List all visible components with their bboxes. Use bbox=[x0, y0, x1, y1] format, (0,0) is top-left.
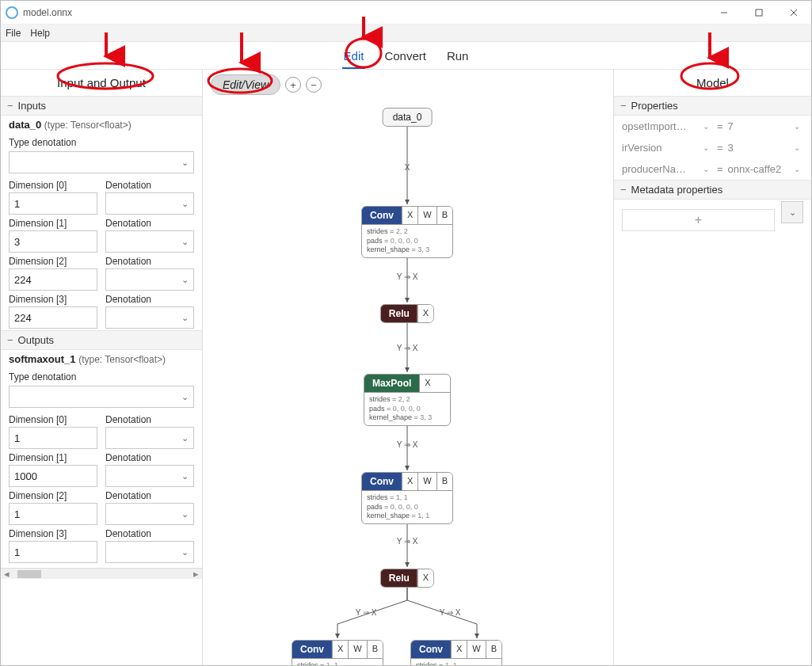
menubar: File Help bbox=[1, 25, 811, 42]
left-panel: Input and Output −Inputs data_0 (type: T… bbox=[1, 70, 203, 665]
chevron-down-icon: ⌄ bbox=[181, 158, 189, 168]
tab-convert[interactable]: Convert bbox=[383, 46, 428, 66]
canvas-panel[interactable]: Edit/View + − bbox=[203, 70, 613, 665]
output-item: softmaxout_1 (type: Tensor<float>) bbox=[1, 350, 202, 368]
graph-node-relu[interactable]: Relu X bbox=[380, 569, 434, 588]
graph-input-node[interactable]: data_0 bbox=[383, 108, 433, 127]
dimension-input[interactable]: 1 bbox=[9, 541, 97, 563]
top-tabs: Edit Convert Run bbox=[1, 42, 811, 69]
output-type: (type: Tensor<float>) bbox=[78, 354, 166, 365]
edit-view-button[interactable]: Edit/View bbox=[211, 74, 280, 95]
window-title: model.onnx bbox=[23, 7, 72, 18]
dimension-input[interactable]: 1 bbox=[9, 427, 97, 449]
right-panel-title: Model bbox=[614, 70, 811, 96]
dimension-input[interactable]: 1 bbox=[9, 503, 97, 525]
graph-node-conv[interactable]: Conv X W B strides = 1, 1 pads = 0, 0, 0… bbox=[361, 472, 453, 524]
graph-node-conv[interactable]: Conv X W B strides = 2, 2 pads = 0, 0, 0… bbox=[361, 206, 453, 258]
input-type: (type: Tensor<float>) bbox=[44, 120, 132, 131]
horizontal-scrollbar[interactable]: ◂▸ bbox=[1, 568, 202, 579]
graph-node-relu[interactable]: Relu X bbox=[380, 304, 434, 323]
graph-node-conv[interactable]: Conv X W B strides = 1, 1 pads = 0, 0, 0… bbox=[292, 640, 383, 665]
type-denotation-label: Type denotation bbox=[1, 134, 202, 150]
dimension-input[interactable]: 1 bbox=[9, 192, 97, 215]
tab-edit[interactable]: Edit bbox=[342, 46, 366, 66]
input-name: data_0 bbox=[9, 119, 41, 131]
right-panel: Model −Properties opsetImport…⌄= 7⌄ irVe… bbox=[613, 70, 811, 665]
menu-file[interactable]: File bbox=[6, 28, 21, 39]
svg-rect-1 bbox=[756, 10, 762, 16]
properties-section-header[interactable]: −Properties bbox=[614, 96, 811, 116]
property-row[interactable]: opsetImport…⌄= 7⌄ bbox=[614, 116, 811, 137]
menu-help[interactable]: Help bbox=[30, 28, 50, 39]
denotation-input[interactable]: ⌄ bbox=[105, 541, 194, 563]
input-item: data_0 (type: Tensor<float>) bbox=[1, 116, 202, 134]
denotation-input[interactable]: ⌄ bbox=[105, 306, 194, 329]
type-denotation-input[interactable]: ⌄ bbox=[9, 386, 194, 408]
output-name: softmaxout_1 bbox=[9, 353, 76, 365]
dimension-input[interactable]: 224 bbox=[9, 306, 97, 329]
dimension-input[interactable]: 3 bbox=[9, 230, 97, 253]
zoom-in-button[interactable]: + bbox=[285, 77, 301, 93]
inputs-section-header[interactable]: −Inputs bbox=[1, 96, 202, 116]
add-metadata-button[interactable]: + bbox=[622, 209, 775, 231]
titlebar: model.onnx bbox=[1, 1, 811, 25]
property-row[interactable]: producerNa…⌄= onnx-caffe2⌄ bbox=[614, 158, 811, 180]
metadata-section-header[interactable]: −Metadata properties bbox=[614, 180, 811, 200]
type-denotation-input[interactable]: ⌄ bbox=[9, 151, 194, 173]
graph-node-maxpool[interactable]: MaxPool X strides = 2, 2 pads = 0, 0, 0,… bbox=[364, 374, 451, 426]
left-panel-title: Input and Output bbox=[1, 70, 202, 96]
zoom-out-button[interactable]: − bbox=[306, 77, 322, 93]
denotation-input[interactable]: ⌄ bbox=[105, 192, 194, 215]
dimension-input[interactable]: 1000 bbox=[9, 465, 97, 487]
minimize-button[interactable] bbox=[707, 1, 741, 25]
denotation-input[interactable]: ⌄ bbox=[105, 465, 194, 487]
denotation-input[interactable]: ⌄ bbox=[105, 268, 194, 291]
metadata-expand-button[interactable]: ⌄ bbox=[781, 201, 803, 223]
tab-run[interactable]: Run bbox=[445, 46, 471, 66]
denotation-input[interactable]: ⌄ bbox=[105, 230, 194, 253]
close-button[interactable] bbox=[776, 1, 811, 25]
property-row[interactable]: irVersion⌄= 3⌄ bbox=[614, 137, 811, 158]
app-icon bbox=[6, 6, 18, 19]
maximize-button[interactable] bbox=[741, 1, 776, 25]
outputs-section-header[interactable]: −Outputs bbox=[1, 330, 202, 350]
denotation-input[interactable]: ⌄ bbox=[105, 503, 194, 525]
graph-node-conv[interactable]: Conv X W B strides = 1, 1 pads = 1, 1, 1… bbox=[410, 640, 502, 665]
dimension-input[interactable]: 224 bbox=[9, 268, 97, 291]
denotation-input[interactable]: ⌄ bbox=[105, 427, 194, 449]
graph-canvas[interactable]: data_0 X Conv X W B strides = 2, 2 pads … bbox=[203, 101, 613, 665]
